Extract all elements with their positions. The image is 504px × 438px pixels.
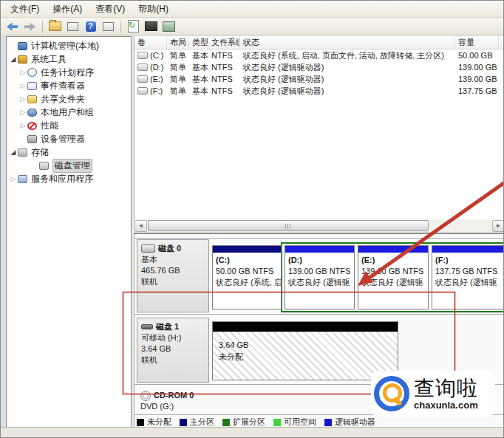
window-left-border [1,35,6,437]
unallocated-hatch: 3.64 GB 未分配 [213,332,398,380]
partition-d[interactable]: (D:) 139.00 GB NTFS 状态良好 (逻辑驱 [285,245,355,309]
refresh-icon[interactable] [126,19,141,33]
collapsed-arrow-icon[interactable] [18,95,27,103]
volume-row-c[interactable]: (C:) 简单 基本 NTFS 状态良好 (系统, 启动, 页面文件, 活动, … [134,49,504,61]
logical-drive-stripe [432,246,504,253]
device-manager-icon [27,135,37,143]
partition-c[interactable]: (C:) 50.00 GB NTFS 状态良好 (系统, 启 [212,245,282,309]
unallocated-region[interactable]: 3.64 GB 未分配 [212,321,398,380]
row-separator [134,238,504,239]
collapsed-arrow-icon[interactable] [9,175,18,182]
volume-row-e[interactable]: (E:) 简单 基本 NTFS 状态良好 (逻辑驱动器) 139.00 GB [134,73,504,85]
toolbar: ? [1,18,503,35]
help-icon[interactable]: ? [83,19,98,33]
col-type[interactable]: 类型 [189,36,208,49]
menu-view[interactable]: 查看(V) [89,1,132,17]
tree-item-device-manager[interactable]: 设备管理器 [7,132,131,146]
tree-item-shared-folders[interactable]: 共享文件夹 [7,92,131,106]
console-tree: 计算机管理(本地) 系统工具 任务计划程序 事件查看器 共享文件夹 本地用户和组… [6,36,132,428]
cdrom-header[interactable]: CD-ROM 0 DVD (G:) [137,387,209,414]
menu-help[interactable]: 帮助(H) [132,1,175,17]
shared-folders-icon [27,95,37,103]
scroll-left-button[interactable]: ◄ [134,220,147,232]
partition-f[interactable]: (F:) 137.75 GB NTFS 状态良好 (逻辑驱 [432,245,504,309]
collapsed-arrow-icon[interactable] [18,122,27,129]
volume-list-header: 卷 布局 类型 文件系统 状态 容量 [134,36,504,49]
col-extra [499,36,504,49]
tree-item-storage[interactable]: 存储 [7,146,131,159]
watermark-logo-icon [374,376,409,411]
volume-row-d[interactable]: (D:) 简单 基本 NTFS 状态良好 (逻辑驱动器) 139.00 GB [134,61,504,73]
col-capacity[interactable]: 容量 [455,36,499,49]
menu-action[interactable]: 操作(A) [46,1,89,17]
legend-swatch-primary [180,419,187,426]
logical-drive-stripe [285,246,354,253]
legend-swatch-extended [222,419,230,426]
window-bottom-edge [1,427,504,437]
disk1-header[interactable]: 磁盘 1 可移动 (H:) 3.64 GB 联机 [137,318,209,383]
watermark-title: 查询啦 [414,378,478,399]
volume-icon [137,75,148,83]
forward-icon[interactable] [22,19,38,33]
primary-partition-stripe [213,246,281,253]
event-viewer-icon [27,82,37,90]
menu-bar: 文件(F) 操作(A) 查看(V) 帮助(H) [1,1,503,18]
clock-icon [27,68,37,77]
disk-management-icon [39,162,49,170]
performance-icon [27,122,37,130]
menu-file[interactable]: 文件(F) [4,1,46,17]
disk-settings-icon[interactable] [161,19,177,33]
system-tools-icon [18,55,27,64]
computer-icon [18,42,27,50]
storage-icon [18,148,27,157]
export-list-icon[interactable] [143,19,159,33]
partition-e[interactable]: (E:) 139.00 GB NTFS 状态良好 (逻辑驱 [358,245,429,309]
tree-item-disk-management[interactable]: 磁盘管理 [7,159,131,172]
cd-icon [140,391,151,401]
unallocated-stripe [213,322,398,332]
tree-item-performance[interactable]: 性能 [7,119,131,132]
open-folder-icon[interactable] [47,19,63,33]
legend-swatch-unallocated [137,419,144,426]
volume-icon [137,64,148,71]
legend-swatch-free [273,419,281,426]
tree-item-task-scheduler[interactable]: 任务计划程序 [7,66,131,79]
removable-disk-icon [141,324,153,329]
col-volume[interactable]: 卷 [134,36,167,49]
tree-item-services-applications[interactable]: 服务和应用程序 [7,172,131,185]
volume-icon [137,52,148,59]
services-icon [18,175,27,183]
tree-item-local-users-groups[interactable]: 本地用户和组 [7,106,131,119]
tree-item-computer-management[interactable]: 计算机管理(本地) [7,39,131,52]
logical-drive-stripe [358,246,428,253]
legend-swatch-logical [324,419,332,426]
watermark: 查询啦 chaxunla.com [371,371,495,417]
horizontal-scrollbar[interactable]: ◄ ► [134,219,504,232]
tree-item-event-viewer[interactable]: 事件查看器 [7,79,131,92]
legend: 未分配 主分区 扩展分区 可用空间 逻辑驱动器 [137,417,375,428]
volume-list: 卷 布局 类型 文件系统 状态 容量 (C:) 简单 基本 NTFS 状态良好 … [134,36,504,219]
col-status[interactable]: 状态 [240,36,455,49]
col-filesystem[interactable]: 文件系统 [208,36,240,49]
disk-icon [141,244,155,253]
console-window-icon[interactable] [65,19,81,33]
collapsed-arrow-icon[interactable] [18,69,27,76]
row-separator [134,314,504,315]
expanded-arrow-icon[interactable] [9,55,18,63]
expanded-arrow-icon[interactable] [9,148,18,156]
col-layout[interactable]: 布局 [167,36,189,49]
collapsed-arrow-icon[interactable] [18,109,27,116]
toolbar-separator [42,21,43,32]
console-window-alt-icon[interactable] [101,19,116,33]
tree-item-system-tools[interactable]: 系统工具 [7,52,131,66]
users-icon [27,109,37,117]
toolbar-separator [120,21,121,32]
scrollbar-thumb[interactable] [148,220,429,231]
back-icon[interactable] [4,19,20,33]
collapsed-arrow-icon[interactable] [18,82,27,89]
volume-icon [137,87,148,95]
volume-row-f[interactable]: (F:) 简单 基本 NTFS 状态良好 (逻辑驱动器) 137.75 GB [134,85,504,97]
disk0-header[interactable]: 磁盘 0 基本 465.76 GB 联机 [137,239,209,312]
watermark-domain: chaxunla.com [414,400,478,410]
scroll-right-button[interactable]: ► [492,220,504,232]
